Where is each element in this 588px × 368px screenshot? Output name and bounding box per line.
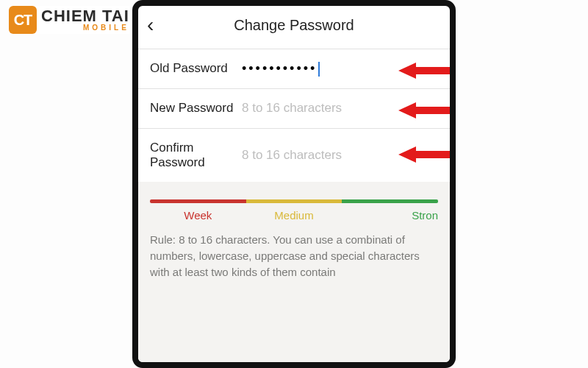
confirm-password-label: Confirm Password xyxy=(150,141,242,171)
watermark-logo: CT CHIEM TAI MOBILE xyxy=(9,6,129,34)
strength-weak-label: Week xyxy=(150,209,246,222)
watermark-sub: MOBILE xyxy=(83,24,129,32)
strength-meter xyxy=(150,199,438,203)
strength-medium-label: Medium xyxy=(246,209,343,222)
svg-marker-1 xyxy=(398,102,456,118)
watermark-badge: CT xyxy=(9,6,37,34)
new-password-row: New Password 8 to 16 characters xyxy=(138,88,450,127)
old-password-label: Old Password xyxy=(150,61,242,76)
svg-marker-2 xyxy=(398,146,456,163)
header: ‹ Change Password xyxy=(138,6,450,49)
strength-section: Week Medium Stron Rule: 8 to 16 characte… xyxy=(138,182,450,368)
page-title: Change Password xyxy=(147,17,441,34)
new-password-label: New Password xyxy=(150,101,242,116)
strength-labels: Week Medium Stron xyxy=(150,209,438,222)
annotation-arrow-icon xyxy=(398,145,456,164)
annotation-arrow-icon xyxy=(398,101,456,120)
phone-frame: ‹ Change Password Old Password •••••••••… xyxy=(132,0,456,368)
confirm-password-row: Confirm Password 8 to 16 characters xyxy=(138,128,450,183)
watermark-brand: CHIEM TAI xyxy=(41,8,129,24)
svg-marker-0 xyxy=(398,63,456,79)
annotation-arrow-icon xyxy=(398,61,456,80)
text-caret xyxy=(318,62,320,77)
password-rule-text: Rule: 8 to 16 characters. You can use a … xyxy=(150,232,438,280)
strength-strong-label: Stron xyxy=(342,209,438,222)
old-password-row: Old Password ••••••••••• xyxy=(138,49,450,88)
